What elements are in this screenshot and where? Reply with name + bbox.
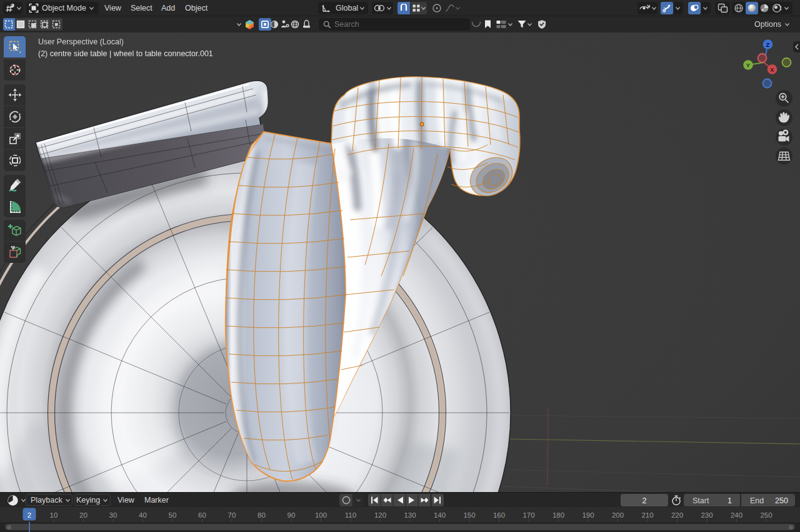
svg-text:220: 220: [671, 511, 683, 519]
svg-text:160: 160: [493, 511, 505, 519]
svg-text:60: 60: [198, 511, 206, 519]
svg-text:(2) centre side table | wheel: (2) centre side table | wheel to table c…: [38, 49, 213, 58]
svg-text:150: 150: [463, 511, 475, 519]
svg-text:170: 170: [522, 511, 534, 519]
svg-text:10: 10: [50, 511, 58, 519]
svg-text:200: 200: [612, 511, 624, 519]
svg-text:90: 90: [288, 511, 296, 519]
svg-text:110: 110: [345, 511, 356, 519]
svg-text:210: 210: [641, 511, 653, 519]
svg-text:Y: Y: [746, 62, 751, 69]
svg-text:2: 2: [28, 511, 31, 519]
svg-text:140: 140: [434, 511, 446, 519]
svg-text:User Perspective (Local): User Perspective (Local): [38, 37, 124, 46]
svg-text:80: 80: [258, 511, 266, 519]
svg-text:100: 100: [315, 511, 327, 519]
svg-text:40: 40: [139, 511, 147, 519]
svg-text:250: 250: [760, 511, 772, 519]
svg-text:70: 70: [228, 511, 236, 519]
svg-text:X: X: [770, 66, 774, 73]
svg-text:180: 180: [552, 511, 564, 519]
svg-text:230: 230: [701, 511, 712, 519]
svg-text:190: 190: [582, 511, 594, 519]
svg-text:120: 120: [374, 511, 386, 519]
svg-text:20: 20: [79, 511, 88, 519]
svg-text:50: 50: [169, 511, 177, 519]
svg-text:130: 130: [404, 511, 416, 519]
svg-text:30: 30: [109, 511, 118, 519]
svg-text:Z: Z: [766, 41, 770, 48]
svg-text:240: 240: [731, 511, 742, 519]
